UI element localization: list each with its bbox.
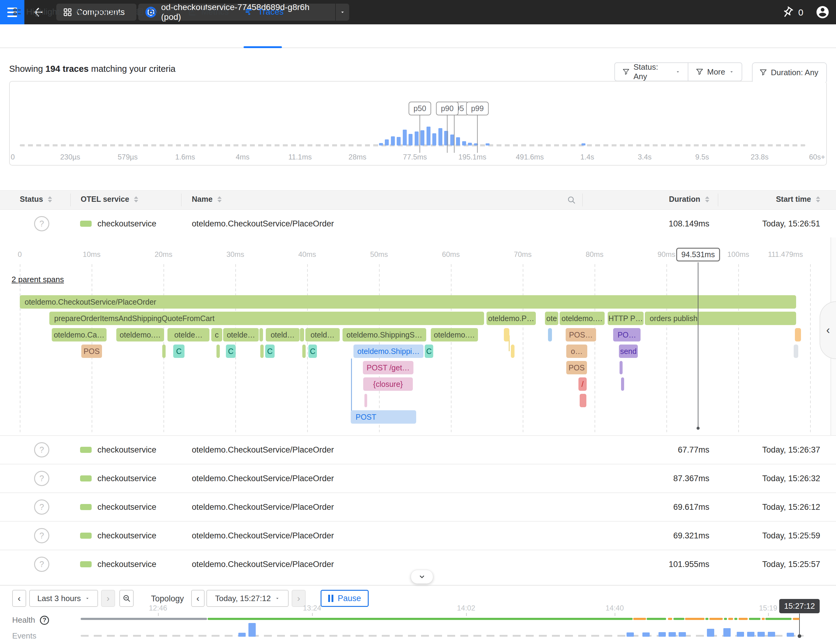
event-bar[interactable] [669, 632, 676, 637]
span-bar[interactable]: POST /get… [363, 361, 413, 374]
span-bar[interactable] [794, 344, 798, 358]
event-bar[interactable] [642, 633, 650, 637]
span-bar[interactable]: / [578, 377, 587, 391]
span-bar[interactable]: orders publish [645, 311, 796, 325]
time-select[interactable]: Today, 15:27:12 [206, 590, 289, 607]
event-bar[interactable] [723, 628, 731, 637]
trace-row[interactable]: ? checkoutservice oteldemo.CheckoutServi… [0, 464, 836, 492]
histogram-bar[interactable] [462, 141, 466, 145]
span-bar[interactable] [795, 328, 801, 341]
event-bar[interactable] [238, 633, 246, 637]
span-bar[interactable]: POS [81, 344, 102, 358]
tab-traces[interactable]: Traces [245, 4, 284, 20]
column-status[interactable]: Status [20, 195, 52, 204]
percentile-badge-p90[interactable]: p90 [436, 102, 459, 115]
histogram-bar[interactable] [426, 127, 431, 145]
span-bar[interactable]: oteldemo.CheckoutService/PlaceOrder [20, 295, 796, 309]
histogram-bar[interactable] [444, 131, 448, 145]
tab-metrics[interactable]: Metrics [188, 4, 229, 20]
histogram-bar[interactable] [468, 143, 472, 145]
trace-row[interactable]: ? checkoutservice oteldemo.CheckoutServi… [0, 492, 836, 521]
span-bar[interactable]: C [265, 344, 274, 358]
histogram-bar[interactable] [391, 136, 395, 145]
histogram-bar[interactable] [581, 143, 585, 145]
event-bar[interactable] [248, 623, 256, 637]
histogram-bar[interactable] [486, 143, 490, 145]
span-bar[interactable] [504, 328, 509, 341]
timerange-select[interactable]: Last 3 hours [29, 590, 98, 607]
tab-topology[interactable]: Topology [73, 4, 121, 20]
column-start-time[interactable]: Start time [776, 195, 820, 204]
span-bar[interactable] [162, 344, 166, 358]
span-bar[interactable] [621, 377, 624, 391]
more-filter-button[interactable]: More [688, 63, 741, 81]
help-icon[interactable]: ? [40, 616, 49, 625]
span-bar[interactable] [260, 328, 263, 341]
duration-marker-badge[interactable]: 94.531ms [676, 248, 720, 261]
span-bar[interactable]: oteldemo.Shippi… [353, 344, 423, 358]
cursor-line[interactable] [799, 613, 800, 636]
span-bar[interactable]: oteldemo.ShippingS… [343, 328, 426, 341]
span-bar[interactable]: POS… [566, 328, 596, 341]
expand-rows-button[interactable] [411, 570, 433, 584]
event-bar[interactable] [787, 633, 794, 637]
tab-highlights[interactable]: Highlights [13, 4, 64, 20]
pin-icon[interactable] [781, 6, 794, 20]
span-bar[interactable] [548, 328, 552, 341]
event-bar[interactable] [658, 632, 666, 637]
histogram-bar[interactable] [456, 137, 460, 145]
percentile-badge-p99[interactable]: p99 [466, 102, 489, 115]
histogram-bar[interactable] [415, 132, 419, 145]
tab-events[interactable]: Events [135, 4, 175, 20]
event-bar[interactable] [707, 629, 714, 637]
entity-dropdown-button[interactable] [336, 4, 349, 21]
span-bar[interactable]: POST [351, 410, 416, 424]
span-bar[interactable]: oteld… [266, 328, 300, 341]
parent-spans-link[interactable]: 2 parent spans [11, 275, 64, 284]
percentile-badge-p50[interactable]: p50 [408, 102, 431, 115]
pause-button[interactable]: Pause [320, 590, 369, 607]
histogram-bar[interactable] [438, 128, 442, 145]
span-bar[interactable]: prepareOrderItemsAndShippingQuoteFromCar… [49, 311, 484, 325]
event-bar[interactable] [768, 632, 775, 637]
span-bar[interactable] [620, 361, 622, 374]
cursor-time-badge[interactable]: 15:27:12 [779, 599, 820, 613]
span-bar[interactable] [216, 344, 220, 358]
span-bar[interactable]: otelde… [223, 328, 259, 341]
status-filter-button[interactable]: Status: Any [615, 63, 688, 81]
histogram-bar[interactable] [432, 133, 436, 145]
span-bar[interactable]: oteldemo.Ca… [52, 328, 106, 341]
histogram-bar[interactable] [403, 130, 407, 145]
histogram-bar[interactable] [397, 137, 401, 145]
span-bar[interactable]: otelde… [167, 328, 209, 341]
span-bar[interactable]: {closure} [363, 377, 413, 391]
event-bar[interactable] [627, 633, 634, 637]
span-bar[interactable]: c [211, 328, 222, 341]
histogram-bar[interactable] [408, 134, 413, 145]
span-bar[interactable]: oteldemo.… [560, 311, 605, 325]
search-icon[interactable] [567, 196, 576, 206]
span-bar[interactable]: oteldemo.… [116, 328, 164, 341]
event-bar[interactable] [679, 632, 686, 637]
column-otel-service[interactable]: OTEL service [81, 195, 138, 204]
span-bar[interactable] [302, 344, 306, 358]
span-bar[interactable]: C [309, 344, 317, 358]
collapse-panel-handle[interactable]: ‹ [820, 301, 836, 359]
event-bar[interactable] [758, 632, 765, 637]
span-bar[interactable] [260, 344, 264, 358]
span-bar[interactable] [300, 328, 304, 341]
histogram-bar[interactable] [420, 130, 425, 145]
span-bar[interactable]: send [619, 344, 638, 358]
span-bar[interactable]: C [173, 344, 185, 358]
histogram-bar[interactable] [379, 143, 383, 145]
span-bar[interactable]: o… [566, 344, 587, 358]
span-bar[interactable]: PO… [613, 328, 640, 341]
span-bar[interactable] [364, 394, 367, 407]
avatar[interactable] [815, 5, 830, 21]
histogram-bar[interactable] [385, 139, 389, 145]
span-bar[interactable]: HTTP P… [607, 311, 643, 325]
duration-marker-line[interactable] [698, 262, 699, 428]
span-bar[interactable]: oteld… [305, 328, 340, 341]
span-bar[interactable]: ote [545, 311, 558, 325]
trace-row[interactable]: ? checkoutservice oteldemo.CheckoutServi… [0, 435, 836, 464]
